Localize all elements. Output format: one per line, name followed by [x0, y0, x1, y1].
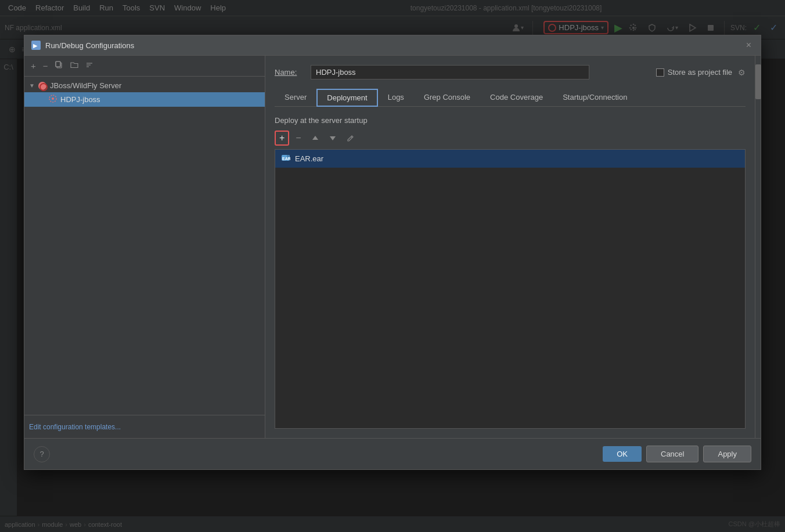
dialog-close-button[interactable]: × — [744, 40, 754, 50]
svg-line-16 — [351, 137, 352, 138]
name-label: Name: — [275, 68, 304, 77]
deploy-item-label: EAR.ear — [295, 154, 323, 163]
apply-button[interactable]: Apply — [703, 446, 751, 462]
dialog-title-bar: ▶ Run/Debug Configurations × — [24, 35, 761, 56]
tree-arrow-icon: ▼ — [29, 82, 35, 89]
tree-sort-button[interactable] — [84, 60, 95, 71]
deploy-toolbar: + − — [275, 131, 746, 146]
svg-point-13 — [52, 97, 54, 100]
tab-server[interactable]: Server — [275, 89, 316, 107]
svg-rect-7 — [56, 61, 60, 67]
dialog-title-icon: ▶ — [31, 41, 41, 50]
dialog-footer: ? OK Cancel Apply — [24, 438, 761, 469]
tree-item-hdpj[interactable]: HDPJ-jboss — [24, 92, 265, 107]
dialog-title-text: Run/Debug Configurations — [45, 41, 134, 50]
config-tabs-bar: Server Deployment Logs Grep Console Code… — [275, 89, 746, 107]
deploy-move-up-button[interactable] — [308, 133, 323, 143]
question-button[interactable]: ? — [34, 446, 50, 462]
config-tree: + − — [24, 56, 265, 438]
scrollbar-thumb[interactable] — [755, 64, 761, 99]
svg-text:EAR: EAR — [282, 157, 290, 161]
cancel-button[interactable]: Cancel — [646, 446, 698, 462]
deploy-move-down-button[interactable] — [325, 133, 340, 143]
config-tree-toolbar: + − — [24, 56, 265, 77]
config-tree-footer: Edit configuration templates... — [24, 415, 265, 438]
store-project-checkbox[interactable] — [656, 68, 664, 77]
tree-add-button[interactable]: + — [29, 60, 38, 71]
tree-group-jboss[interactable]: ▼ JBoss/WildFly Server — [24, 79, 265, 92]
tab-startup-connection[interactable]: Startup/Connection — [553, 89, 637, 107]
run-debug-dialog: ▶ Run/Debug Configurations × + − — [24, 35, 761, 470]
tab-logs[interactable]: Logs — [378, 89, 414, 107]
svg-point-19 — [287, 155, 289, 157]
store-project-gear-icon[interactable]: ⚙ — [738, 68, 746, 77]
edit-templates-link[interactable]: Edit configuration templates... — [29, 423, 121, 431]
tree-folder-button[interactable] — [69, 60, 80, 71]
svg-marker-15 — [330, 136, 336, 140]
tree-item-icon — [49, 95, 57, 104]
tree-group-label: JBoss/WildFly Server — [50, 81, 122, 90]
modal-overlay: ▶ Run/Debug Configurations × + − — [0, 0, 785, 532]
deploy-list: EAR EAR.ear — [275, 149, 746, 429]
ok-button[interactable]: OK — [603, 446, 642, 462]
deploy-item-ear[interactable]: EAR EAR.ear — [275, 150, 745, 168]
tab-grep-console[interactable]: Grep Console — [414, 89, 480, 107]
deployment-content: Deploy at the server startup + − — [275, 116, 746, 429]
store-project-label: Store as project file — [668, 68, 732, 77]
tab-code-coverage[interactable]: Code Coverage — [480, 89, 553, 107]
tab-deployment[interactable]: Deployment — [316, 89, 377, 107]
name-input[interactable] — [311, 65, 589, 79]
svg-text:▶: ▶ — [33, 43, 38, 49]
deploy-section-label: Deploy at the server startup — [275, 116, 746, 125]
dialog-body: + − — [24, 56, 761, 438]
tree-copy-button[interactable] — [53, 60, 65, 71]
store-project-group: Store as project file ⚙ — [656, 68, 746, 77]
jboss-icon — [38, 82, 46, 90]
svg-marker-14 — [312, 136, 318, 140]
deploy-edit-button[interactable] — [343, 132, 359, 144]
config-detail: Name: Store as project file ⚙ Server Dep… — [265, 56, 755, 438]
deploy-remove-button[interactable]: − — [291, 131, 305, 145]
name-row: Name: Store as project file ⚙ — [275, 65, 746, 79]
tree-content: ▼ JBoss/WildFly Server HDPJ — [24, 77, 265, 415]
tree-remove-button[interactable]: − — [41, 60, 50, 71]
tree-item-label: HDPJ-jboss — [60, 95, 100, 104]
deploy-add-button[interactable]: + — [275, 131, 289, 146]
dialog-scrollbar[interactable] — [755, 56, 761, 438]
ear-icon: EAR — [281, 153, 290, 164]
